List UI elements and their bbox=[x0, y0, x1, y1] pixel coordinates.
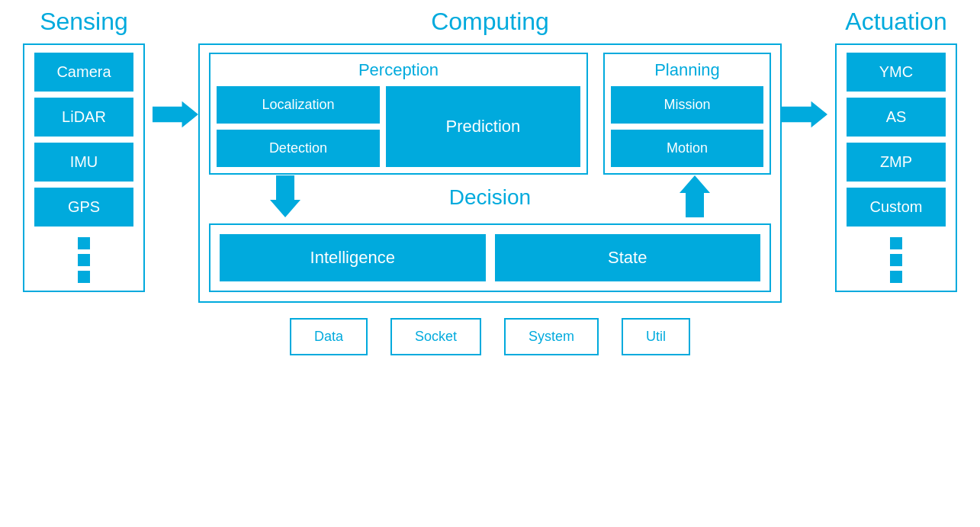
sensing-box: Camera LiDAR IMU GPS bbox=[23, 43, 145, 292]
mission-block: Mission bbox=[611, 86, 763, 124]
dot1 bbox=[78, 237, 90, 249]
loc-det-col: Localization Detection bbox=[217, 86, 380, 167]
diagram: Sensing Camera LiDAR IMU GPS Computing bbox=[0, 0, 980, 527]
perception-inner: Localization Detection Prediction bbox=[217, 86, 580, 167]
actuation-dots bbox=[890, 237, 902, 283]
perception-title: Perception bbox=[217, 60, 580, 80]
detection-block: Detection bbox=[217, 130, 380, 167]
act-dot2 bbox=[890, 254, 902, 266]
prediction-block: Prediction bbox=[386, 86, 580, 167]
computing-box: Perception Localization Detection Predic… bbox=[198, 43, 782, 303]
actuation-custom: Custom bbox=[847, 188, 946, 227]
decision-box: Intelligence State bbox=[209, 223, 771, 292]
intelligence-block: Intelligence bbox=[220, 234, 486, 281]
svg-marker-3 bbox=[782, 101, 827, 127]
planning-inner: Mission Motion bbox=[611, 86, 763, 167]
sensing-title: Sensing bbox=[40, 8, 128, 36]
svg-marker-2 bbox=[680, 175, 710, 217]
dot3 bbox=[78, 271, 90, 283]
state-block: State bbox=[495, 234, 761, 281]
actuation-as: AS bbox=[847, 98, 946, 137]
actuation-zmp: ZMP bbox=[847, 143, 946, 182]
act-dot1 bbox=[890, 237, 902, 249]
svg-marker-0 bbox=[153, 101, 198, 127]
top-row: Sensing Camera LiDAR IMU GPS Computing bbox=[0, 0, 980, 303]
utility-data: Data bbox=[290, 318, 368, 355]
utility-util: Util bbox=[622, 318, 690, 355]
svg-marker-1 bbox=[270, 175, 300, 217]
decision-up-arrow bbox=[680, 175, 710, 220]
computing-to-actuation-arrow bbox=[782, 99, 827, 130]
utilities-row: Data Socket System Util bbox=[290, 318, 690, 355]
actuation-box: YMC AS ZMP Custom bbox=[835, 43, 957, 292]
actuation-title: Actuation bbox=[845, 8, 946, 36]
decision-title: Decision bbox=[449, 185, 531, 210]
sensing-to-computing-arrow bbox=[153, 99, 198, 130]
sensing-imu: IMU bbox=[34, 143, 133, 182]
planning-box: Planning Mission Motion bbox=[603, 53, 771, 175]
sensing-column: Sensing Camera LiDAR IMU GPS bbox=[15, 8, 153, 292]
actuation-column: Actuation YMC AS ZMP Custom bbox=[827, 8, 965, 292]
computing-column: Computing Perception Localization Detect… bbox=[198, 8, 782, 303]
sensing-lidar: LiDAR bbox=[34, 98, 133, 137]
motion-block: Motion bbox=[611, 130, 763, 167]
computing-title: Computing bbox=[431, 8, 549, 36]
actuation-ymc: YMC bbox=[847, 53, 946, 92]
utility-system: System bbox=[504, 318, 599, 355]
perception-box: Perception Localization Detection Predic… bbox=[209, 53, 588, 175]
planning-title: Planning bbox=[611, 60, 763, 80]
sensing-dots bbox=[78, 237, 90, 283]
localization-block: Localization bbox=[217, 86, 380, 124]
utility-socket: Socket bbox=[390, 318, 481, 355]
perception-planning-row: Perception Localization Detection Predic… bbox=[209, 53, 771, 175]
sensing-gps: GPS bbox=[34, 188, 133, 227]
dot2 bbox=[78, 254, 90, 266]
act-dot3 bbox=[890, 271, 902, 283]
sensing-camera: Camera bbox=[34, 53, 133, 92]
perception-down-arrow bbox=[270, 175, 300, 220]
